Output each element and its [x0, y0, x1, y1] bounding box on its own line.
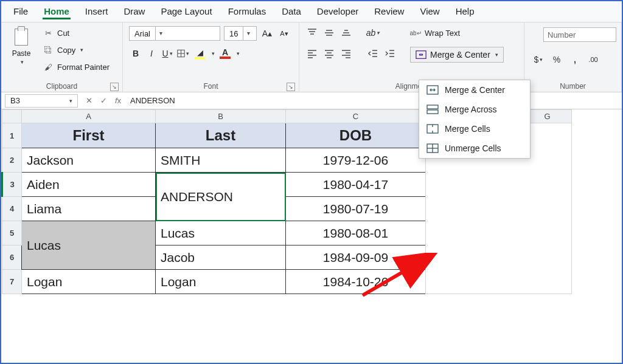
- tab-view[interactable]: View: [419, 5, 440, 19]
- tab-page-layout[interactable]: Page Layout: [159, 5, 213, 19]
- italic-button[interactable]: I: [145, 47, 158, 60]
- fx-button[interactable]: fx: [111, 96, 125, 105]
- cell-a2[interactable]: Jackson: [22, 148, 156, 173]
- cell-a3[interactable]: Aiden: [22, 173, 156, 197]
- row-header-5[interactable]: 5: [2, 221, 22, 246]
- dialog-launcher-clipboard[interactable]: ↘: [110, 83, 119, 91]
- tab-data[interactable]: Data: [280, 5, 302, 19]
- row-header-6[interactable]: 6: [2, 246, 22, 270]
- tab-formulas[interactable]: Formulas: [227, 5, 268, 19]
- comma-format-button[interactable]: ,: [568, 53, 582, 66]
- row-header-4[interactable]: 4: [2, 197, 22, 221]
- row-header-2[interactable]: 2: [2, 148, 22, 173]
- name-box[interactable]: B3 ▾: [5, 94, 78, 108]
- merge-across-icon: [426, 105, 439, 114]
- align-top-button[interactable]: [305, 26, 319, 39]
- cell-c7[interactable]: 1984-10-26: [286, 270, 426, 294]
- chevron-down-icon: ▾: [21, 59, 24, 65]
- align-middle-button[interactable]: [322, 26, 336, 39]
- cell-b7[interactable]: Logan: [156, 270, 286, 294]
- column-header-a[interactable]: A: [22, 110, 156, 123]
- menu-label: Merge Across: [445, 105, 497, 114]
- cell-b2[interactable]: SMITH: [156, 148, 286, 173]
- cell-c2[interactable]: 1979-12-06: [286, 148, 426, 173]
- cell-c5[interactable]: 1980-08-01: [286, 221, 426, 246]
- column-header-b[interactable]: B: [156, 110, 286, 123]
- percent-format-button[interactable]: %: [550, 53, 563, 66]
- scissors-icon: ✂: [43, 29, 54, 38]
- borders-button[interactable]: ▾: [176, 47, 190, 60]
- tab-file[interactable]: File: [12, 5, 29, 19]
- menu-merge-across[interactable]: Merge Across: [419, 100, 530, 119]
- cell-b3-b4-merged[interactable]: ANDERSON: [156, 173, 286, 221]
- format-painter-button[interactable]: 🖌 Format Painter: [43, 60, 110, 74]
- row-header-3[interactable]: 3: [2, 173, 22, 197]
- font-size-combo[interactable]: 16 ▾: [224, 26, 257, 41]
- wrap-text-button[interactable]: ab↵ Wrap Text: [410, 26, 504, 39]
- cell-a5-a6-merged[interactable]: Lucas: [22, 221, 156, 270]
- cut-button[interactable]: ✂ Cut: [43, 26, 110, 39]
- align-center-button[interactable]: [322, 47, 336, 60]
- select-all-corner[interactable]: [2, 110, 22, 123]
- copy-button[interactable]: ⿻ Copy ▾: [43, 43, 110, 57]
- paste-button[interactable]: Paste ▾: [7, 26, 35, 65]
- cell-c1[interactable]: DOB: [286, 123, 426, 148]
- merge-dropdown-menu: Merge & Center Merge Across Merge Cells …: [419, 80, 531, 159]
- enter-button[interactable]: ✓: [96, 96, 111, 105]
- menu-tabs: File Home Insert Draw Page Layout Formul…: [1, 1, 622, 22]
- menu-merge-cells[interactable]: Merge Cells: [419, 119, 530, 139]
- font-name-combo[interactable]: Arial ▾: [129, 26, 220, 41]
- fill-color-button[interactable]: ◢: [192, 47, 208, 60]
- orientation-button[interactable]: ab▾: [366, 26, 380, 39]
- tab-insert[interactable]: Insert: [84, 5, 110, 19]
- merge-center-button[interactable]: Merge & Center ▾: [410, 47, 504, 63]
- svg-rect-35: [427, 110, 438, 114]
- increase-decimal-button[interactable]: .00: [586, 53, 600, 66]
- bold-button[interactable]: B: [129, 47, 142, 60]
- number-format-value: Number: [548, 30, 576, 39]
- group-label-number: Number: [560, 82, 586, 91]
- font-color-icon: A: [222, 48, 228, 57]
- tab-draw[interactable]: Draw: [122, 5, 146, 19]
- decrease-font-button[interactable]: A▾: [277, 27, 291, 40]
- tab-review[interactable]: Review: [373, 5, 405, 19]
- cancel-button[interactable]: ✕: [82, 96, 96, 105]
- menu-unmerge-cells[interactable]: Unmerge Cells: [419, 139, 530, 158]
- group-font: Arial ▾ 16 ▾ A▴ A▾ B I U▾ ▾: [123, 22, 299, 92]
- group-number: Number $▾ % , .00 Number: [524, 22, 622, 92]
- tab-help[interactable]: Help: [454, 5, 476, 19]
- row-header-1[interactable]: 1: [2, 123, 22, 148]
- chevron-down-icon: ▾: [155, 27, 166, 40]
- cell-b1[interactable]: Last: [156, 123, 286, 148]
- cell-c3[interactable]: 1980-04-17: [286, 173, 426, 197]
- format-painter-label: Format Painter: [57, 63, 110, 72]
- underline-button[interactable]: U▾: [161, 47, 174, 60]
- font-color-button[interactable]: A: [217, 47, 233, 60]
- menu-merge-and-center[interactable]: Merge & Center: [419, 80, 530, 100]
- cell-a1[interactable]: First: [22, 123, 156, 148]
- bucket-icon: ◢: [197, 48, 203, 57]
- row-header-7[interactable]: 7: [2, 270, 22, 294]
- chevron-down-icon: ▾: [80, 47, 83, 53]
- align-right-button[interactable]: [339, 47, 353, 60]
- increase-indent-button[interactable]: [383, 47, 397, 60]
- cell-c6[interactable]: 1984-09-09: [286, 246, 426, 270]
- dialog-launcher-font[interactable]: ↘: [287, 83, 295, 91]
- decrease-indent-button[interactable]: [366, 47, 380, 60]
- cell-a7[interactable]: Logan: [22, 270, 156, 294]
- align-left-button[interactable]: [305, 47, 319, 60]
- cell-a4[interactable]: Liama: [22, 197, 156, 221]
- number-format-combo[interactable]: Number: [543, 27, 616, 42]
- cell-b5[interactable]: Lucas: [156, 221, 286, 246]
- tab-home[interactable]: Home: [43, 5, 71, 19]
- increase-font-button[interactable]: A▴: [260, 27, 274, 40]
- align-bottom-button[interactable]: [339, 26, 353, 39]
- wrap-text-label: Wrap Text: [425, 29, 460, 38]
- menu-label: Merge Cells: [445, 124, 490, 134]
- cell-c4[interactable]: 1980-07-19: [286, 197, 426, 221]
- accounting-format-button[interactable]: $▾: [532, 53, 545, 66]
- column-header-c[interactable]: C: [286, 110, 426, 123]
- formula-input[interactable]: ANDERSON: [125, 96, 622, 105]
- cell-b6[interactable]: Jacob: [156, 246, 286, 270]
- tab-developer[interactable]: Developer: [316, 5, 360, 19]
